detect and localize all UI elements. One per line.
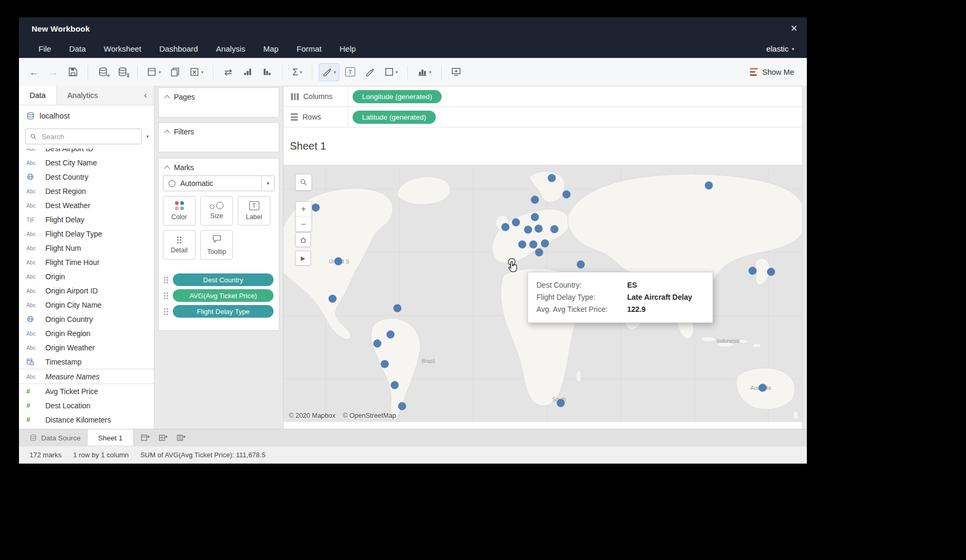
- search-options-icon[interactable]: ▾: [143, 134, 152, 139]
- field-item[interactable]: AbcDest Region: [19, 184, 154, 198]
- data-source-tab[interactable]: Data Source: [23, 429, 87, 446]
- menu-dashboard[interactable]: Dashboard: [159, 44, 198, 53]
- new-dashboard-tab-button[interactable]: [156, 431, 171, 445]
- map-search-button[interactable]: [295, 174, 312, 191]
- field-item[interactable]: #Distance Kilometers: [19, 412, 154, 427]
- map-mark[interactable]: [531, 213, 539, 221]
- pages-shelf[interactable]: Pages: [158, 87, 279, 117]
- map-mark[interactable]: [329, 295, 337, 303]
- show-me-button[interactable]: Show Me: [746, 58, 798, 86]
- field-item[interactable]: AbcOrigin Weather: [19, 340, 154, 355]
- field-item[interactable]: AbcDest City Name: [19, 155, 154, 170]
- marks-pill-dest-country[interactable]: Dest Country: [173, 273, 274, 286]
- map-mark[interactable]: [749, 267, 757, 275]
- field-item[interactable]: AbcOrigin Airport ID: [19, 283, 154, 298]
- map-mark[interactable]: [394, 304, 402, 312]
- new-worksheet-button[interactable]: ▾: [144, 63, 164, 81]
- menu-map[interactable]: Map: [264, 44, 279, 53]
- menu-worksheet[interactable]: Worksheet: [104, 44, 141, 53]
- map-mark[interactable]: [530, 241, 538, 249]
- map-mark[interactable]: [535, 225, 543, 233]
- map-mark[interactable]: [759, 384, 767, 392]
- menu-format[interactable]: Format: [297, 44, 322, 53]
- menu-data[interactable]: Data: [69, 44, 86, 53]
- borders-button[interactable]: ▾: [381, 63, 402, 81]
- map-mark[interactable]: [531, 196, 539, 204]
- tab-analytics[interactable]: Analytics: [57, 86, 109, 105]
- map-options-expand-button[interactable]: ▶: [295, 251, 311, 266]
- data-connection[interactable]: localhost: [19, 105, 154, 126]
- duplicate-sheet-button[interactable]: [167, 63, 184, 81]
- tab-data[interactable]: Data: [19, 86, 57, 105]
- filters-shelf[interactable]: Filters: [158, 122, 279, 152]
- zoom-out-button[interactable]: −: [296, 217, 311, 231]
- mapbox-attribution[interactable]: © 2020 Mapbox: [289, 412, 335, 419]
- sort-descending-button[interactable]: [259, 63, 276, 81]
- field-item[interactable]: AbcDest Airport ID: [19, 149, 154, 155]
- columns-pill-longitude[interactable]: Longitude (generated): [353, 90, 442, 103]
- marks-pill-flight-delay-type[interactable]: Flight Delay Type: [173, 305, 274, 318]
- map-mark[interactable]: [524, 226, 532, 234]
- field-item[interactable]: AbcFlight Num: [19, 241, 154, 255]
- totals-button[interactable]: Σ▾: [289, 63, 306, 81]
- map-mark[interactable]: [705, 182, 713, 190]
- map-mark[interactable]: [548, 174, 556, 182]
- field-item[interactable]: AbcDest Weather: [19, 198, 154, 212]
- new-story-tab-button[interactable]: [174, 431, 189, 445]
- chevron-down-icon[interactable]: ▾: [261, 176, 274, 191]
- size-button[interactable]: Size: [200, 196, 233, 225]
- rows-shelf[interactable]: Latitude (generated): [348, 107, 802, 127]
- zoom-in-button[interactable]: +: [296, 202, 311, 217]
- fit-view-button[interactable]: ▾: [414, 63, 435, 81]
- map-mark[interactable]: [387, 331, 395, 339]
- field-item[interactable]: AbcMeasure Names: [19, 369, 154, 384]
- new-data-source-button[interactable]: +: [94, 63, 111, 81]
- close-icon[interactable]: ×: [791, 17, 797, 40]
- map-mark[interactable]: [563, 191, 571, 199]
- map-view[interactable]: United SBrazilIndonesiaSouthAustralia + …: [284, 165, 802, 422]
- map-mark[interactable]: [577, 261, 585, 269]
- menu-help[interactable]: Help: [339, 44, 356, 53]
- map-mark[interactable]: [557, 399, 565, 407]
- mark-type-dropdown[interactable]: Automatic ▾: [163, 175, 275, 191]
- map-mark[interactable]: [767, 268, 775, 276]
- field-item[interactable]: Dest Country: [19, 170, 154, 184]
- osm-attribution[interactable]: © OpenStreetMap: [343, 412, 396, 419]
- format-button[interactable]: [362, 63, 378, 81]
- field-item[interactable]: #Avg Ticket Price: [19, 384, 154, 398]
- map-mark[interactable]: [551, 225, 559, 233]
- field-item[interactable]: Origin Country: [19, 312, 154, 326]
- map-mark[interactable]: [381, 360, 389, 368]
- map-mark[interactable]: [541, 240, 549, 248]
- map-mark[interactable]: [374, 340, 382, 348]
- clear-sheet-button[interactable]: ▾: [187, 63, 207, 81]
- redo-button[interactable]: →: [45, 63, 62, 81]
- label-button[interactable]: T Label: [238, 196, 270, 225]
- undo-button[interactable]: ←: [25, 63, 42, 81]
- map-mark[interactable]: [519, 241, 526, 249]
- new-worksheet-tab-button[interactable]: [138, 431, 153, 445]
- rows-pill-latitude[interactable]: Latitude (generated): [353, 111, 436, 124]
- marks-pill-avg-ticket-price[interactable]: AVG(Avg Ticket Price): [173, 289, 274, 302]
- show-mark-labels-button[interactable]: T: [342, 63, 359, 81]
- menu-file[interactable]: File: [38, 44, 51, 53]
- field-item[interactable]: T|FFlight Delay: [19, 212, 154, 227]
- field-item[interactable]: AbcFlight Delay Type: [19, 227, 154, 241]
- highlight-button[interactable]: ▾: [319, 63, 339, 81]
- menu-analysis[interactable]: Analysis: [216, 44, 246, 53]
- map-mark[interactable]: [535, 249, 543, 257]
- field-item[interactable]: #Dest Location: [19, 398, 154, 412]
- field-item[interactable]: AbcOrigin: [19, 269, 154, 283]
- map-mark[interactable]: [502, 223, 510, 231]
- map-mark[interactable]: [391, 381, 399, 389]
- pause-auto-updates-button[interactable]: ‖: [114, 63, 131, 81]
- zoom-home-button[interactable]: [295, 232, 311, 247]
- field-item[interactable]: Timestamp: [19, 355, 154, 369]
- field-item[interactable]: AbcOrigin Region: [19, 326, 154, 340]
- map-mark[interactable]: [335, 258, 343, 266]
- collapse-pane-icon[interactable]: ‹: [137, 86, 154, 105]
- map-mark[interactable]: [512, 219, 520, 227]
- map-mark[interactable]: [312, 204, 320, 212]
- sort-ascending-button[interactable]: [239, 63, 256, 81]
- color-button[interactable]: Color: [163, 196, 196, 225]
